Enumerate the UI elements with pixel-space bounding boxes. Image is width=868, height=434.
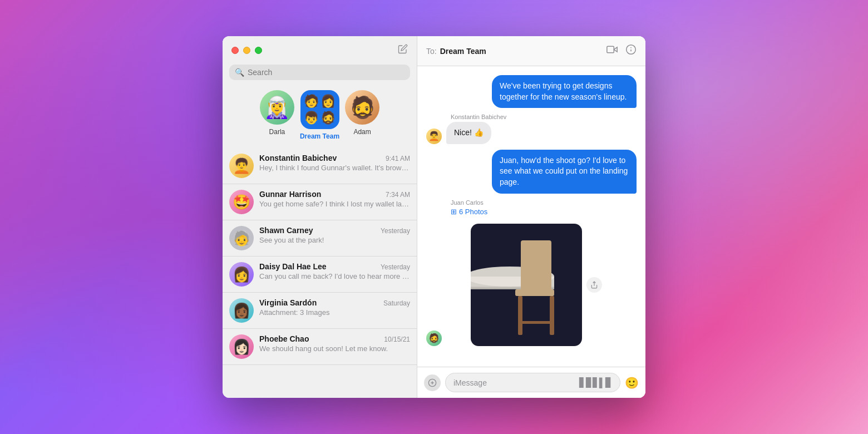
msg-avatar-konstantin: 🧑‍🦱 bbox=[426, 129, 442, 144]
emoji-button[interactable]: 🙂 bbox=[625, 376, 639, 389]
conv-name-phoebe: Phoebe Chao bbox=[259, 334, 309, 343]
conv-preview-konstantin: Hey, I think I found Gunnar's wallet. It… bbox=[259, 164, 410, 172]
conv-avatar-shawn: 🧓 bbox=[229, 226, 254, 250]
svg-marker-0 bbox=[614, 47, 617, 52]
sender-name-konstantin: Konstantin Babichev bbox=[426, 114, 506, 120]
messages-window: 🔍 🧝‍♀️ Darla 🧑 👩 👦 🧔 bbox=[223, 36, 645, 398]
message-input-field[interactable]: iMessage ▋▊▋▌▊ bbox=[445, 373, 620, 392]
conversation-gunnar[interactable]: 🤩 Gunnar Harrison 7:34 AM You get home s… bbox=[223, 184, 417, 220]
svg-rect-9 bbox=[521, 240, 551, 290]
share-button[interactable] bbox=[586, 277, 602, 293]
conv-name-konstantin: Konstantin Babichev bbox=[259, 154, 337, 162]
chat-to-label: To: bbox=[426, 47, 437, 56]
pinned-contact-dream-team[interactable]: 🧑 👩 👦 🧔 Dream Team bbox=[300, 90, 339, 140]
bubble-received-konstantin: Nice! 👍 bbox=[446, 122, 491, 144]
contact-name-darla: Darla bbox=[269, 128, 285, 136]
svg-rect-12 bbox=[550, 296, 554, 335]
chat-header: To: Dream Team bbox=[417, 36, 645, 66]
minimize-button[interactable] bbox=[243, 47, 250, 54]
waveform-icon: ▋▊▋▌▊ bbox=[579, 377, 612, 388]
message-with-avatar-konstantin: 🧑‍🦱 Nice! 👍 bbox=[426, 122, 491, 144]
message-row-sent-2: Juan, how'd the shoot go? I'd love to se… bbox=[426, 150, 637, 194]
contact-name-adam: Adam bbox=[353, 128, 371, 136]
search-icon: 🔍 bbox=[235, 68, 244, 77]
conv-content-daisy: Daisy Dal Hae Lee Yesterday Can you call… bbox=[259, 262, 410, 280]
search-input[interactable] bbox=[248, 68, 405, 77]
conv-preview-daisy: Can you call me back? I'd love to hear m… bbox=[259, 272, 410, 280]
message-row-received-juan: Juan Carlos ⊞ 6 Photos 🧔 bbox=[426, 199, 637, 346]
compose-button[interactable] bbox=[398, 44, 408, 57]
input-bar: iMessage ▋▊▋▌▊ 🙂 bbox=[417, 367, 645, 398]
grid-icon: ⊞ bbox=[451, 208, 457, 216]
conv-time-phoebe: 10/15/21 bbox=[384, 336, 410, 343]
chat-actions bbox=[606, 44, 637, 58]
conv-avatar-virginia: 👩🏾 bbox=[229, 298, 254, 323]
msg-avatar-juan: 🧔 bbox=[426, 331, 442, 346]
conversation-virginia[interactable]: 👩🏾 Virginia Sardón Saturday Attachment: … bbox=[223, 293, 417, 329]
conv-name-gunnar: Gunnar Harrison bbox=[259, 190, 321, 199]
conversation-list: 🧑‍🦱 Konstantin Babichev 9:41 AM Hey, I t… bbox=[223, 148, 417, 398]
conv-preview-gunnar: You get home safe? I think I lost my wal… bbox=[259, 200, 410, 208]
pinned-contact-adam[interactable]: 🧔 Adam bbox=[345, 90, 379, 140]
conv-time-shawn: Yesterday bbox=[381, 227, 410, 235]
conv-avatar-gunnar: 🤩 bbox=[229, 190, 254, 214]
chat-title: Dream Team bbox=[440, 47, 486, 56]
app-store-button[interactable] bbox=[424, 374, 441, 391]
chat-title-area: To: Dream Team bbox=[426, 47, 486, 56]
conversation-shawn[interactable]: 🧓 Shawn Carney Yesterday See you at the … bbox=[223, 220, 417, 257]
conv-avatar-daisy: 👩 bbox=[229, 262, 254, 287]
conv-preview-shawn: See you at the park! bbox=[259, 236, 410, 244]
conversation-konstantin[interactable]: 🧑‍🦱 Konstantin Babichev 9:41 AM Hey, I t… bbox=[223, 148, 417, 184]
conv-content-konstantin: Konstantin Babichev 9:41 AM Hey, I think… bbox=[259, 154, 410, 172]
svg-rect-1 bbox=[607, 46, 614, 53]
conv-preview-virginia: Attachment: 3 Images bbox=[259, 308, 410, 317]
contact-name-dream-team: Dream Team bbox=[300, 132, 339, 140]
conv-preview-phoebe: We should hang out soon! Let me know. bbox=[259, 344, 410, 353]
conv-content-shawn: Shawn Carney Yesterday See you at the pa… bbox=[259, 226, 410, 244]
info-button[interactable] bbox=[625, 44, 637, 58]
conv-time-daisy: Yesterday bbox=[381, 263, 410, 271]
title-bar bbox=[223, 36, 417, 62]
messages-area: We've been trying to get designs togethe… bbox=[417, 66, 645, 367]
svg-rect-13 bbox=[518, 321, 554, 324]
avatar-dream-team: 🧑 👩 👦 🧔 bbox=[300, 90, 339, 129]
bubble-sent-1: We've been trying to get designs togethe… bbox=[492, 75, 637, 108]
conv-content-phoebe: Phoebe Chao 10/15/21 We should hang out … bbox=[259, 334, 410, 353]
search-bar[interactable]: 🔍 bbox=[229, 65, 410, 80]
close-button[interactable] bbox=[231, 47, 239, 54]
message-with-avatar-juan: ⊞ 6 Photos 🧔 bbox=[426, 208, 582, 346]
svg-rect-10 bbox=[515, 289, 554, 296]
sender-name-juan: Juan Carlos bbox=[426, 199, 484, 206]
conv-content-gunnar: Gunnar Harrison 7:34 AM You get home saf… bbox=[259, 190, 410, 208]
message-row-received-konstantin: Konstantin Babichev 🧑‍🦱 Nice! 👍 bbox=[426, 114, 637, 144]
photos-label: ⊞ 6 Photos bbox=[426, 208, 487, 216]
conv-content-virginia: Virginia Sardón Saturday Attachment: 3 I… bbox=[259, 298, 410, 317]
sidebar: 🔍 🧝‍♀️ Darla 🧑 👩 👦 🧔 bbox=[223, 36, 417, 398]
input-placeholder: iMessage bbox=[453, 378, 487, 387]
conv-time-konstantin: 9:41 AM bbox=[386, 155, 410, 162]
photo-attachment[interactable] bbox=[471, 224, 582, 346]
conv-avatar-phoebe: 👩🏻 bbox=[229, 334, 254, 359]
facetime-button[interactable] bbox=[606, 44, 618, 58]
pinned-contact-darla[interactable]: 🧝‍♀️ Darla bbox=[260, 90, 294, 140]
conv-name-shawn: Shawn Carney bbox=[259, 226, 313, 235]
window-controls bbox=[231, 47, 262, 54]
chat-panel: To: Dream Team bbox=[417, 36, 645, 398]
conv-name-virginia: Virginia Sardón bbox=[259, 298, 317, 307]
conv-name-daisy: Daisy Dal Hae Lee bbox=[259, 262, 327, 271]
conversation-daisy[interactable]: 👩 Daisy Dal Hae Lee Yesterday Can you ca… bbox=[223, 257, 417, 293]
conv-avatar-konstantin: 🧑‍🦱 bbox=[229, 154, 254, 178]
conversation-phoebe[interactable]: 👩🏻 Phoebe Chao 10/15/21 We should hang o… bbox=[223, 329, 417, 365]
pinned-contacts: 🧝‍♀️ Darla 🧑 👩 👦 🧔 Dream Team bbox=[223, 87, 417, 148]
avatar-darla: 🧝‍♀️ bbox=[260, 90, 294, 125]
conv-time-virginia: Saturday bbox=[383, 299, 410, 307]
message-row-sent-1: We've been trying to get designs togethe… bbox=[426, 75, 637, 108]
avatar-adam: 🧔 bbox=[345, 90, 379, 125]
conv-time-gunnar: 7:34 AM bbox=[386, 191, 410, 199]
svg-rect-11 bbox=[518, 296, 522, 335]
bubble-sent-2: Juan, how'd the shoot go? I'd love to se… bbox=[492, 150, 637, 194]
maximize-button[interactable] bbox=[255, 47, 262, 54]
